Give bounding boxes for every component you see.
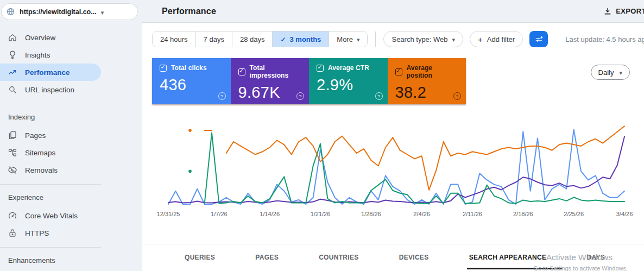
top-bar: Performance EXPORT (142, 0, 644, 22)
x-axis-label: 12/31/25 (157, 211, 180, 217)
range-7-days[interactable]: 7 days (195, 31, 232, 47)
metric-value: 38.2 (395, 84, 460, 102)
x-axis-label: 1/28/26 (361, 211, 381, 217)
performance-chart[interactable]: 12/31/251/7/261/14/261/21/261/28/262/4/2… (163, 112, 630, 220)
filter-bar: 24 hours 7 days 28 days 3 months More Se… (152, 31, 644, 47)
metric-cards: Total clicks 436 ? Total impressions 9.6… (152, 58, 466, 104)
range-28-days[interactable]: 28 days (232, 31, 273, 47)
search-console-app: https://viewitdigital.co... Overview Ins… (0, 0, 644, 271)
tab-days[interactable]: DAYS (587, 244, 605, 271)
sidebar-item-https[interactable]: HTTPS (0, 224, 101, 242)
metric-value: 9.67K (238, 84, 303, 102)
chevron-down-icon (619, 68, 622, 77)
globe-icon (6, 7, 15, 16)
metric-card-average-position[interactable]: Average position 38.2 ? (388, 58, 466, 104)
metric-card-average-ctr[interactable]: Average CTR 2.9% ? (309, 58, 388, 104)
help-icon[interactable]: ? (218, 92, 226, 100)
tab-countries[interactable]: COUNTRIES (319, 244, 358, 271)
filter-divider (375, 31, 376, 47)
property-url: https://viewitdigital.co... (20, 8, 97, 16)
x-axis-label: 2/4/26 (413, 211, 430, 217)
x-axis-label: 2/11/26 (463, 211, 482, 217)
sidebar-item-core-web-vitals[interactable]: Core Web Vitals (0, 207, 101, 224)
granularity-dropdown[interactable]: Daily (591, 65, 630, 80)
checkbox-checked-icon[interactable] (317, 65, 324, 72)
tab-devices[interactable]: DEVICES (399, 244, 429, 271)
home-icon (8, 33, 17, 42)
last-update-text: Last update: 4.5 hours ago (565, 35, 644, 43)
add-filter-chip[interactable]: Add filter (470, 31, 523, 47)
export-button[interactable]: EXPORT (603, 7, 644, 16)
search-type-chip[interactable]: Search type: Web (383, 31, 463, 47)
chevron-down-icon (452, 35, 456, 43)
plus-icon (478, 35, 483, 44)
section-label-indexing: Indexing (0, 104, 142, 127)
tab-search-appearance[interactable]: SEARCH APPEARANCE (469, 244, 547, 271)
pages-icon (8, 130, 17, 140)
section-label-enhancements: Enhancements (0, 248, 142, 270)
search-icon (8, 85, 17, 94)
range-more[interactable]: More (329, 31, 367, 47)
range-24-hours[interactable]: 24 hours (153, 31, 195, 47)
metric-value: 2.9% (317, 76, 381, 94)
tab-pages[interactable]: PAGES (255, 244, 279, 271)
checkbox-checked-icon[interactable] (395, 68, 402, 75)
x-axis-label: 1/21/26 (311, 211, 331, 217)
date-range-group: 24 hours 7 days 28 days 3 months More (152, 31, 368, 47)
range-3-months[interactable]: 3 months (272, 31, 329, 47)
property-selector[interactable]: https://viewitdigital.co... (1, 3, 138, 20)
eye-off-icon (8, 165, 17, 175)
section-label-experience: Experience (0, 185, 142, 207)
sidebar-item-overview[interactable]: Overview (0, 29, 101, 46)
x-axis-label: 1/7/26 (211, 211, 228, 217)
x-axis-label: 2/25/26 (564, 211, 584, 217)
x-axis-label: 3/4/26 (616, 211, 633, 217)
metric-value: 436 (160, 76, 224, 94)
tune-filter-icon (534, 35, 544, 44)
gauge-icon (8, 211, 17, 220)
lightbulb-icon (8, 50, 17, 60)
sidebar-nav: Overview Insights Performance URL inspec… (0, 29, 142, 271)
metrics-area: Total clicks 436 ? Total impressions 9.6… (152, 58, 644, 104)
chevron-down-icon (357, 35, 360, 43)
sidebar-item-pages[interactable]: Pages (0, 127, 101, 144)
line-chart (163, 112, 630, 210)
sidebar-item-insights[interactable]: Insights (0, 46, 101, 64)
help-icon[interactable]: ? (375, 92, 383, 100)
dimension-tabs: QUERIES PAGES COUNTRIES DEVICES SEARCH A… (142, 244, 644, 271)
page-title: Performance (162, 7, 216, 16)
metric-card-total-impressions[interactable]: Total impressions 9.67K ? (231, 58, 310, 104)
sitemap-icon (8, 148, 17, 157)
trending-icon (8, 67, 17, 77)
x-axis-label: 2/18/26 (513, 211, 533, 217)
check-icon (280, 35, 286, 43)
metric-card-total-clicks[interactable]: Total clicks 436 ? (152, 58, 231, 104)
sidebar: https://viewitdigital.co... Overview Ins… (0, 0, 142, 271)
chevron-down-icon (101, 7, 104, 17)
sidebar-item-url-inspection[interactable]: URL inspection (0, 81, 101, 98)
checkbox-checked-icon[interactable] (160, 65, 167, 72)
x-axis: 12/31/251/7/261/14/261/21/261/28/262/4/2… (163, 211, 630, 220)
checkbox-checked-icon[interactable] (238, 68, 245, 75)
x-axis-label: 1/14/26 (260, 211, 280, 217)
main-panel: Performance EXPORT 24 hours 7 days 28 da… (142, 0, 644, 271)
sidebar-item-removals[interactable]: Removals (0, 161, 101, 179)
edit-filters-button[interactable] (529, 31, 548, 47)
sidebar-item-performance[interactable]: Performance (0, 64, 101, 81)
download-icon (603, 7, 612, 16)
tab-queries[interactable]: QUERIES (185, 244, 215, 271)
help-icon[interactable]: ? (296, 92, 304, 100)
sidebar-item-sitemaps[interactable]: Sitemaps (0, 144, 101, 161)
performance-report: 24 hours 7 days 28 days 3 months More Se… (142, 22, 644, 271)
lock-icon (8, 228, 17, 238)
help-icon[interactable]: ? (453, 92, 461, 100)
